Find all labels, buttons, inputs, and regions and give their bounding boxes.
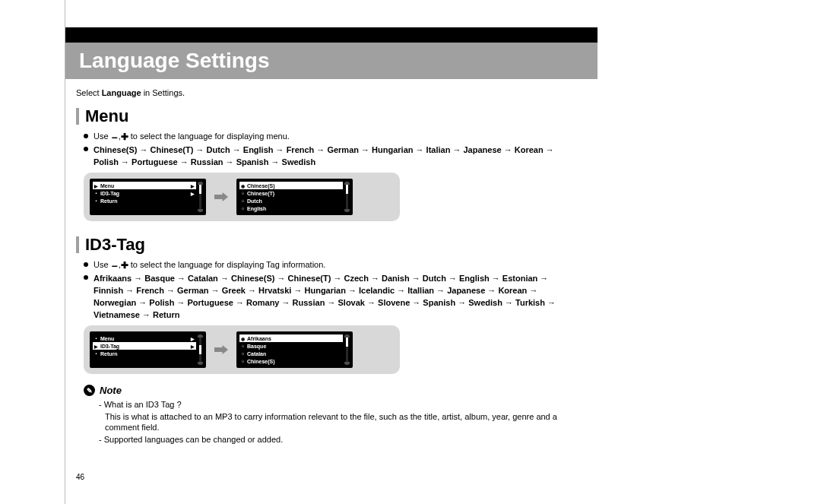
list-item: ○Chinese(T) bbox=[239, 189, 343, 197]
id3-language-chain: Afrikaans → Basque → Catalan → Chinese(S… bbox=[94, 272, 578, 321]
item-label: Return bbox=[100, 198, 195, 204]
menu-left-list: ▶Menu▶ •ID3-Tag▶ •Return bbox=[93, 182, 196, 212]
menu-instruction-text: Use −,✚ to select the language for displ… bbox=[94, 131, 578, 142]
page-number: 46 bbox=[76, 473, 84, 481]
id3-instruction-text: Use −,✚ to select the language for displ… bbox=[94, 259, 578, 271]
chevron-right-icon: ▶ bbox=[191, 336, 195, 341]
note-icon: ✎ bbox=[84, 385, 95, 396]
scrollbar bbox=[344, 182, 350, 212]
item-label: English bbox=[247, 206, 341, 211]
list-item: ◉Chinese(S) bbox=[239, 182, 343, 189]
list-item: ◉Afrikaans bbox=[239, 334, 343, 342]
scrollbar bbox=[198, 182, 203, 212]
radio-selected-icon: ◉ bbox=[241, 183, 245, 189]
bullet-dot-icon bbox=[84, 262, 88, 267]
minus-key-icon: − bbox=[111, 262, 119, 270]
minus-key-icon: − bbox=[111, 134, 119, 141]
section-id3-heading: ID3-Tag bbox=[76, 235, 578, 255]
section-id3-title: ID3-Tag bbox=[85, 235, 145, 255]
note-line: This is what is attached to an MP3 to ca… bbox=[105, 411, 578, 433]
scroll-thumb bbox=[199, 185, 201, 194]
scroll-thumb bbox=[346, 185, 348, 194]
chevron-right-icon: ▶ bbox=[191, 191, 195, 196]
id3-instr-post: to select the language for displaying Ta… bbox=[128, 260, 326, 269]
menu-left-screen: ▶Menu▶ •ID3-Tag▶ •Return bbox=[90, 179, 206, 215]
radio-icon: ○ bbox=[241, 206, 245, 211]
list-item: ○English bbox=[239, 204, 343, 212]
radio-icon: ○ bbox=[241, 359, 245, 363]
page-body: Select Language in Settings. Menu Use −,… bbox=[76, 88, 578, 446]
page-title: Language Settings bbox=[65, 43, 598, 79]
id3-left-screen: •Menu▶ ▶ID3-Tag▶ •Return bbox=[90, 331, 206, 368]
menu-language-chain: Chinese(S) → Chinese(T) → Dutch → Englis… bbox=[94, 144, 578, 168]
scrollbar bbox=[344, 334, 350, 365]
note-heading: ✎ Note bbox=[84, 385, 578, 396]
manual-page: Language Settings Select Language in Set… bbox=[65, 0, 598, 504]
item-label: Basque bbox=[247, 344, 341, 349]
item-label: ID3-Tag bbox=[100, 191, 189, 196]
list-item: •ID3-Tag▶ bbox=[93, 189, 196, 197]
id3-right-list: ◉Afrikaans ○Basque ○Catalan ○Chinese(S) bbox=[239, 334, 343, 365]
note-line: - What is an ID3 Tag ? bbox=[103, 399, 578, 410]
intro-text: Select Language in Settings. bbox=[76, 88, 578, 97]
menu-right-screen: ◉Chinese(S) ○Chinese(T) ○Dutch ○English bbox=[236, 179, 353, 215]
item-label: Return bbox=[100, 351, 195, 357]
radio-icon: ○ bbox=[241, 198, 245, 203]
bullet-dot-icon bbox=[84, 147, 88, 151]
flow-arrow-icon bbox=[214, 192, 229, 202]
item-label: Menu bbox=[100, 336, 189, 341]
menu-chain-row: Chinese(S) → Chinese(T) → Dutch → Englis… bbox=[84, 144, 578, 168]
play-marker-icon: ▶ bbox=[94, 344, 98, 349]
dot-icon: • bbox=[94, 336, 98, 341]
menu-instr-pre: Use bbox=[94, 132, 111, 141]
list-item: ○Catalan bbox=[239, 350, 343, 357]
list-item: ○Basque bbox=[239, 342, 343, 350]
dot-icon: • bbox=[94, 191, 98, 195]
scroll-thumb bbox=[346, 338, 348, 347]
list-item: •Return bbox=[93, 350, 196, 357]
id3-left-list: •Menu▶ ▶ID3-Tag▶ •Return bbox=[93, 334, 196, 365]
item-label: Menu bbox=[100, 183, 189, 189]
section-menu-heading: Menu bbox=[76, 106, 578, 126]
section-bar-icon bbox=[76, 108, 79, 125]
list-item bbox=[93, 204, 196, 212]
dot-icon: • bbox=[94, 198, 98, 203]
radio-icon: ○ bbox=[241, 351, 245, 356]
header-black-strip bbox=[65, 27, 598, 43]
note-section: ✎ Note - What is an ID3 Tag ? This is wh… bbox=[84, 385, 578, 445]
bullet-dot-icon bbox=[84, 134, 88, 138]
menu-right-list: ◉Chinese(S) ○Chinese(T) ○Dutch ○English bbox=[239, 182, 343, 212]
intro-pre: Select bbox=[76, 88, 102, 97]
list-item bbox=[93, 357, 196, 365]
note-label: Note bbox=[100, 385, 122, 396]
chevron-right-icon: ▶ bbox=[191, 183, 195, 189]
item-label: Chinese(T) bbox=[247, 191, 341, 196]
item-label: Afrikaans bbox=[247, 336, 341, 341]
plus-key-icon: ✚ bbox=[121, 262, 128, 269]
plus-key-icon: ✚ bbox=[121, 133, 128, 141]
list-item: •Return bbox=[93, 197, 196, 204]
bullet-dot-icon bbox=[84, 275, 88, 280]
radio-icon: ○ bbox=[241, 344, 245, 348]
menu-instr-post: to select the language for displaying me… bbox=[128, 132, 290, 141]
scrollbar bbox=[198, 334, 203, 365]
intro-strong: Language bbox=[102, 88, 141, 97]
item-label: Chinese(S) bbox=[247, 183, 341, 189]
section-menu-title: Menu bbox=[85, 106, 128, 126]
chevron-right-icon: ▶ bbox=[191, 344, 195, 349]
dot-icon: • bbox=[94, 351, 98, 356]
item-label: Dutch bbox=[247, 198, 341, 204]
list-item: •Menu▶ bbox=[93, 334, 196, 342]
play-marker-icon: ▶ bbox=[94, 183, 98, 189]
note-body: - What is an ID3 Tag ? This is what is a… bbox=[99, 399, 578, 445]
list-item: ○Dutch bbox=[239, 197, 343, 204]
note-line: - Supported languages can be changed or … bbox=[103, 434, 578, 445]
section-bar-icon bbox=[76, 236, 79, 253]
id3-instr-pre: Use bbox=[94, 260, 111, 269]
menu-screens: ▶Menu▶ •ID3-Tag▶ •Return ◉Chinese(S) ○Ch… bbox=[84, 173, 400, 221]
item-label: Chinese(S) bbox=[247, 359, 341, 364]
radio-icon: ○ bbox=[241, 191, 245, 195]
list-item: ▶ID3-Tag▶ bbox=[93, 342, 196, 350]
id3-instruction: Use −,✚ to select the language for displ… bbox=[84, 259, 578, 271]
list-item: ▶Menu▶ bbox=[93, 182, 196, 189]
